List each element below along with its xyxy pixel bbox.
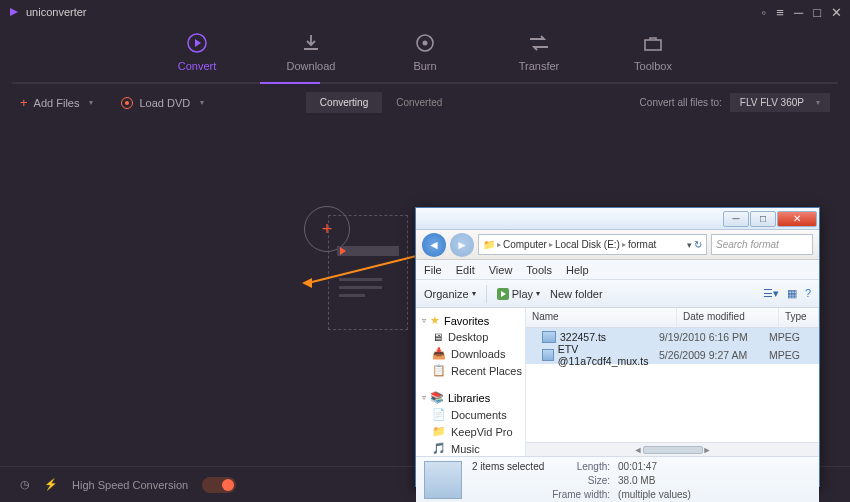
svg-point-2 [423,41,428,46]
app-logo [8,6,20,18]
sidebar-music[interactable]: 🎵Music [416,440,525,456]
titlebar: uniconverter ◦ ≡ ─ □ ✕ [0,0,850,24]
horizontal-scrollbar[interactable]: ◄► [526,442,819,456]
organize-button[interactable]: Organize▾ [424,288,476,300]
transfer-icon [526,30,552,56]
folder-icon: 📁 [483,239,495,250]
search-input[interactable]: Search format [711,234,813,255]
explorer-toolbar: Organize▾ Play▾ New folder ☰▾ ▦ ? [416,280,819,308]
chevron-down-icon: ▾ [816,98,820,107]
close-button[interactable]: ✕ [831,5,842,20]
back-button[interactable]: ◄ [422,233,446,257]
desktop-icon: 🖥 [432,331,443,343]
nav-transfer[interactable]: Transfer [509,30,569,72]
column-headers[interactable]: Name Date modified Type [526,308,819,328]
selection-count: 2 items selected [472,461,544,472]
user-icon[interactable]: ◦ [762,5,767,20]
chevron-down-icon: ▾ [89,98,93,107]
convert-all-label: Convert all files to: [640,97,722,108]
view-options-icon[interactable]: ☰▾ [763,287,779,300]
dropzone[interactable]: + [328,215,408,330]
explorer-navbar: ◄ ► 📁 ▸Computer ▸Local Disk (E:) ▸format… [416,230,819,260]
toolbar: +Add Files▾ Load DVD▾ Converting Convert… [0,84,850,121]
load-dvd-button[interactable]: Load DVD▾ [121,95,204,110]
explorer-menubar: File Edit View Tools Help [416,260,819,280]
forward-button[interactable]: ► [450,233,474,257]
help-icon[interactable]: ? [805,287,811,300]
output-format-select[interactable]: FLV FLV 360P▾ [730,93,830,112]
chevron-down-icon: ▾ [200,98,204,107]
burn-icon [412,30,438,56]
nav-toolbox[interactable]: Toolbox [623,30,683,72]
downloads-icon: 📥 [432,347,446,360]
tab-converted[interactable]: Converted [382,92,456,113]
libraries-icon: 📚 [430,391,444,404]
explorer-statusbar: 2 items selected Length:00:01:47 Size:38… [416,456,819,502]
dropzone-lines [339,278,382,302]
menu-view[interactable]: View [489,264,513,276]
recent-icon: 📋 [432,364,446,377]
preview-pane-icon[interactable]: ▦ [787,287,797,300]
toolbox-icon [640,30,666,56]
refresh-icon[interactable]: ↻ [694,239,702,250]
explorer-sidebar: ▿★Favorites 🖥Desktop 📥Downloads 📋Recent … [416,308,526,456]
sidebar-favorites[interactable]: ▿★Favorites [416,312,525,329]
download-icon [298,30,324,56]
play-icon [497,288,509,300]
play-button[interactable]: Play▾ [497,288,540,300]
dropzone-media-bar [337,246,399,256]
sidebar-documents[interactable]: 📄Documents [416,406,525,423]
menu-tools[interactable]: Tools [526,264,552,276]
breadcrumb[interactable]: 📁 ▸Computer ▸Local Disk (E:) ▸format ▾ ↻ [478,234,707,255]
sidebar-libraries[interactable]: ▿📚Libraries [416,389,525,406]
video-file-icon [542,331,556,343]
explorer-file-pane: Name Date modified Type 322457.ts 9/19/2… [526,308,819,456]
documents-icon: 📄 [432,408,446,421]
clock-icon[interactable]: ◷ [20,478,30,491]
hsc-label: High Speed Conversion [72,479,188,491]
music-icon: 🎵 [432,442,446,455]
sidebar-downloads[interactable]: 📥Downloads [416,345,525,362]
add-files-button[interactable]: +Add Files▾ [20,95,93,110]
menu-icon[interactable]: ≡ [776,5,784,20]
file-row[interactable]: ETV @11a7cdf4_mux.ts 5/26/2009 9:27 AM M… [526,346,819,364]
explorer-minimize[interactable]: ─ [723,211,749,227]
nav-download[interactable]: Download [281,30,341,72]
menu-file[interactable]: File [424,264,442,276]
maximize-button[interactable]: □ [813,5,821,20]
play-icon [340,247,346,255]
plus-icon: + [20,95,28,110]
folder-icon: 📁 [432,425,446,438]
chevron-down-icon[interactable]: ▾ [687,240,692,250]
menu-help[interactable]: Help [566,264,589,276]
nav-underline [12,82,838,84]
explorer-window: ─ □ ✕ ◄ ► 📁 ▸Computer ▸Local Disk (E:) ▸… [415,207,820,487]
video-file-icon [542,349,554,361]
convert-icon [184,30,210,56]
svg-rect-3 [645,40,661,50]
explorer-titlebar[interactable]: ─ □ ✕ [416,208,819,230]
plus-icon: + [322,219,333,240]
nav-convert[interactable]: Convert [167,30,227,72]
status-tabs: Converting Converted [306,92,457,113]
explorer-maximize[interactable]: □ [750,211,776,227]
app-title: uniconverter [26,6,87,18]
new-folder-button[interactable]: New folder [550,288,603,300]
tab-converting[interactable]: Converting [306,92,382,113]
arrow-head-icon [302,278,312,288]
sidebar-desktop[interactable]: 🖥Desktop [416,329,525,345]
menu-edit[interactable]: Edit [456,264,475,276]
explorer-close[interactable]: ✕ [777,211,817,227]
disc-icon [121,97,133,109]
nav-burn[interactable]: Burn [395,30,455,72]
file-thumbnail [424,461,462,499]
star-icon: ★ [430,314,440,327]
main-nav: Convert Download Burn Transfer Toolbox [0,24,850,82]
bolt-icon: ⚡ [44,478,58,491]
minimize-button[interactable]: ─ [794,5,803,20]
sidebar-recent[interactable]: 📋Recent Places [416,362,525,379]
sidebar-keepvid[interactable]: 📁KeepVid Pro [416,423,525,440]
hsc-toggle[interactable] [202,477,236,493]
